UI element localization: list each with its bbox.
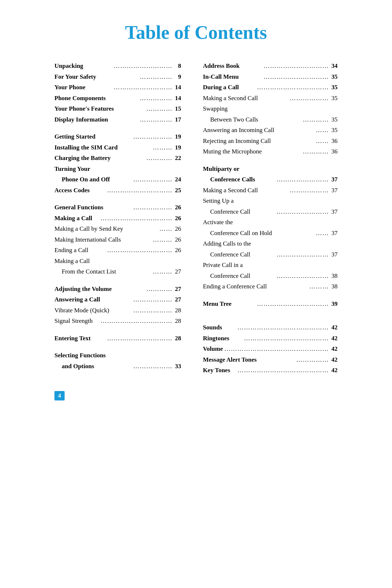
toc-entry-text: Muting the Microphone	[203, 147, 301, 156]
toc-page-number: 24	[174, 175, 181, 184]
toc-entry-text: Between Two Calls	[203, 115, 301, 124]
toc-page-number: 35	[330, 115, 338, 124]
toc-entry-text: Ending a Call	[54, 246, 106, 255]
toc-page-number: 14	[174, 94, 181, 103]
toc-entry-text: Making a Second Call	[203, 94, 288, 103]
toc-page-number: 35	[330, 126, 338, 135]
toc-entry-text: During a Call	[203, 83, 256, 92]
toc-dots: ………………	[290, 94, 329, 103]
toc-entry-text: Message Alert Tones	[203, 355, 295, 365]
toc-dots: …………………………	[264, 72, 329, 82]
toc-entry-text: Conference Call	[203, 207, 275, 217]
toc-page-number: 26	[174, 214, 181, 223]
toc-dots: ………………………	[114, 61, 172, 71]
toc-entry: Rejecting an Incoming Call……36	[203, 136, 338, 146]
toc-dots: ………	[153, 267, 172, 276]
toc-entry-text: Your Phone's Features	[54, 104, 145, 114]
toc-page-number: 37	[330, 175, 338, 184]
toc-entry-text: Display Information	[54, 115, 138, 124]
spacer	[203, 158, 338, 164]
toc-entry: Adding Calls to the	[203, 239, 338, 248]
toc-entry-text: Phone Components	[54, 94, 138, 103]
toc-page-number: 38	[330, 282, 338, 291]
toc-page-number: 28	[174, 306, 181, 315]
toc-entry: Key Tones……………………………………42	[203, 366, 338, 375]
toc-entry-text: Entering Text	[54, 334, 106, 343]
toc-entry-text: Selecting Functions	[54, 351, 181, 360]
toc-entry: Adjusting the Volume…………27	[54, 284, 181, 294]
toc-entry-text: Ringtones	[203, 334, 242, 343]
toc-entry-text: Your Phone	[54, 83, 112, 92]
toc-dots: ……………………………	[101, 214, 172, 223]
toc-entry-text: Making a Second Call	[203, 186, 288, 195]
toc-entry: Muting the Microphone…………36	[203, 147, 338, 156]
toc-entry: Conference Call……………………37	[203, 250, 338, 259]
toc-page-number: 27	[174, 284, 181, 294]
toc-entry: Setting Up a	[203, 196, 338, 206]
toc-dots: ……	[316, 136, 329, 146]
toc-page-number: 42	[330, 334, 338, 343]
toc-entry: Volume…………………………………………42	[203, 344, 338, 354]
toc-dots: ……………	[140, 115, 172, 124]
toc-entry: Installing the SIM Card………19	[54, 143, 181, 152]
toc-entry: General Functions………………26	[54, 203, 181, 212]
toc-dots: …………	[303, 147, 329, 156]
toc-entry-text: Swapping	[203, 104, 338, 114]
toc-page-number: 8	[174, 61, 181, 71]
toc-left-column: Unpacking………………………8For Your Safety……………9…	[54, 61, 181, 372]
toc-dots: ……	[316, 126, 329, 135]
toc-page-number: 35	[330, 94, 338, 103]
toc-entry-text: Volume	[203, 344, 223, 354]
toc-entry-text: Vibrate Mode (Quick)	[54, 306, 132, 315]
toc-entry-text: Sounds	[203, 323, 236, 332]
toc-dots: ………	[153, 235, 172, 244]
toc-dots: ………………………	[114, 83, 172, 92]
toc-entry: Your Phone………………………14	[54, 83, 181, 92]
toc-entry-text: Setting Up a	[203, 196, 338, 206]
toc-page-number: 27	[174, 295, 181, 304]
toc-entry-text: Private Call in a	[203, 260, 338, 270]
spacer	[54, 126, 181, 132]
toc-entry: Charging the Battery…………22	[54, 153, 181, 163]
toc-page-number: 42	[330, 366, 338, 375]
toc-entry-text: Making a Call	[54, 214, 99, 223]
toc-dots: ………………	[133, 175, 172, 184]
toc-entry-text: Making a Call by Send Key	[54, 224, 158, 234]
toc-page-number: 39	[330, 299, 338, 309]
toc-page-number: 27	[174, 267, 181, 276]
toc-entry: Turning Your	[54, 164, 181, 174]
toc-entry: Making a Second Call………………37	[203, 186, 338, 195]
toc-page-number: 17	[174, 115, 181, 124]
toc-page-number: 34	[330, 61, 338, 71]
toc-page-number: 42	[330, 344, 338, 354]
toc-entry: Menu Tree……………………………39	[203, 299, 338, 309]
toc-dots: ………………	[133, 306, 172, 315]
toc-dots: ……………………	[277, 175, 329, 184]
toc-columns: Unpacking………………………8For Your Safety……………9…	[54, 61, 338, 377]
toc-dots: ……………………………	[257, 83, 329, 92]
toc-dots: ………………	[133, 132, 172, 141]
toc-entry: Address Book…………………………34	[203, 61, 338, 71]
page-footer: 4	[54, 391, 338, 400]
toc-entry: Conference Call on Hold……37	[203, 229, 338, 238]
toc-entry: Multiparty or	[203, 164, 338, 174]
toc-entry-text: Adjusting the Volume	[54, 284, 145, 294]
toc-entry-text: Rejecting an Incoming Call	[203, 136, 314, 146]
toc-page-number: 33	[174, 362, 181, 371]
toc-entry: Entering Text…………………………28	[54, 334, 181, 343]
toc-entry: Activate the	[203, 218, 338, 227]
toc-dots: ……………………………………	[237, 366, 329, 375]
toc-dots: ……………	[296, 355, 329, 365]
toc-dots: …………………………	[107, 334, 172, 343]
toc-entry-text: Answering a Call	[54, 295, 132, 304]
toc-entry-text: General Functions	[54, 203, 132, 212]
toc-dots: …………	[146, 153, 172, 163]
toc-page-number: 37	[330, 250, 338, 259]
toc-entry: Making a Second Call………………35	[203, 94, 338, 103]
toc-entry: Conference Call……………………38	[203, 271, 338, 281]
toc-entry: Display Information……………17	[54, 115, 181, 124]
toc-entry-text: Phone On and Off	[54, 175, 132, 184]
toc-entry: Conference Calls……………………37	[203, 175, 338, 184]
toc-entry-text: Menu Tree	[203, 299, 256, 309]
spacer	[203, 293, 338, 299]
